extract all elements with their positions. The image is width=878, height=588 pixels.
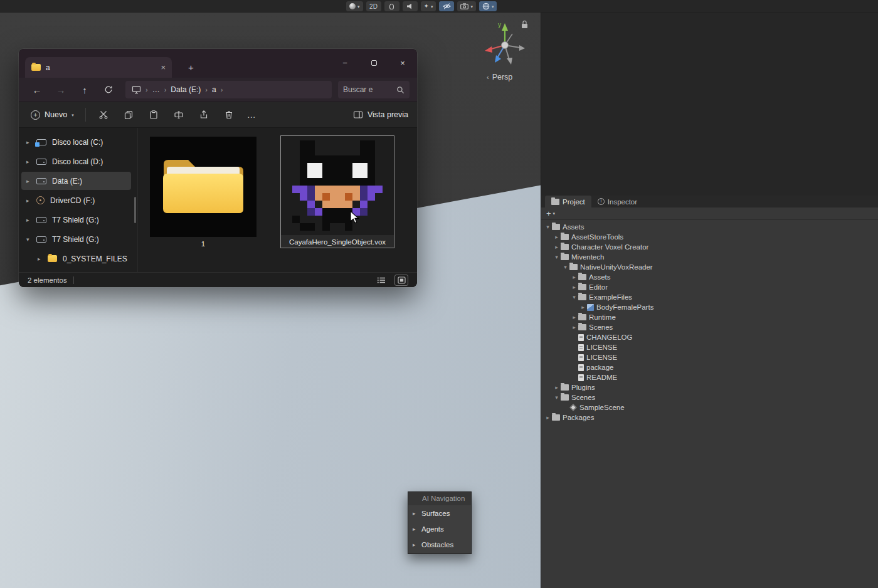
tree-item-package[interactable]: package [541, 362, 878, 372]
chevron-right-icon[interactable]: ▸ [553, 244, 561, 250]
chevron-down-icon[interactable]: ▾ [570, 294, 578, 300]
context-menu-item-obstacles[interactable]: ▸Obstacles [408, 537, 471, 552]
sidebar-item-t7-shield-g-[interactable]: ▾T7 Shield (G:) [21, 230, 131, 248]
breadcrumb-item-folder[interactable]: a [212, 85, 216, 94]
grid-gizmos-dropdown-button[interactable]: ▾ [479, 1, 497, 11]
eye-slash-icon [443, 3, 451, 9]
tree-item-nativeunityvoxreader[interactable]: ▾NativeUnityVoxReader [541, 262, 878, 272]
tree-item-scenes[interactable]: ▾Scenes [541, 392, 878, 402]
chevron-right-icon[interactable]: ▸ [26, 139, 29, 145]
chevron-right-icon[interactable]: ▸ [553, 384, 561, 391]
chevron-right-icon[interactable]: ▸ [26, 178, 29, 184]
explorer-file-area[interactable]: 1 CayafaHero_SingleObject.vox [138, 128, 417, 272]
new-button[interactable]: + Nuevo ▾ [25, 107, 80, 123]
projection-mode-label[interactable]: ‹ Persp [487, 73, 512, 81]
tree-item-character-voxel-creator[interactable]: ▸Character Voxel Creator [541, 242, 878, 252]
chevron-right-icon[interactable]: ▸ [26, 159, 29, 165]
chevron-down-icon[interactable]: ▾ [544, 224, 552, 230]
back-button[interactable]: ← [26, 80, 48, 99]
chevron-down-icon[interactable]: ▾ [26, 236, 29, 243]
more-options-button[interactable]: … [242, 110, 261, 120]
new-tab-button[interactable]: + [188, 62, 194, 73]
tree-item-editor[interactable]: ▸Editor [541, 282, 878, 292]
screen: ▾ 2D ✦ ▾ [0, 0, 878, 588]
preview-toggle-button[interactable]: Vista previa [353, 110, 411, 119]
tab-project[interactable]: Project [545, 196, 591, 207]
sidebar-item-drivercd-f-[interactable]: ▸DriverCD (F:) [21, 191, 131, 209]
breadcrumb-item-drive[interactable]: Data (E:) [171, 85, 201, 94]
sidebar-item-data-e-[interactable]: ▸Data (E:) [21, 172, 131, 190]
chevron-right-icon[interactable]: ▸ [553, 234, 561, 240]
tree-item-plugins[interactable]: ▸Plugins [541, 382, 878, 392]
tree-item-changelog[interactable]: CHANGELOG [541, 332, 878, 342]
context-menu-item-surfaces[interactable]: ▸Surfaces [408, 505, 471, 521]
tree-item-assetstoretools[interactable]: ▸AssetStoreTools [541, 232, 878, 242]
rename-button[interactable] [167, 105, 191, 124]
tree-item-readme[interactable]: README [541, 372, 878, 382]
details-view-button[interactable] [374, 275, 388, 286]
up-button[interactable]: ↑ [74, 80, 95, 99]
large-icons-view-button[interactable] [394, 275, 408, 286]
file-tile-vox-selected[interactable]: CayafaHero_SingleObject.vox [280, 135, 394, 248]
delete-button[interactable] [217, 105, 241, 124]
context-menu-item-agents[interactable]: ▸Agents [408, 521, 471, 537]
tree-item-license[interactable]: LICENSE [541, 342, 878, 352]
chevron-down-icon[interactable]: ▾ [553, 394, 561, 401]
tree-item-assets[interactable]: ▾Assets [541, 222, 878, 232]
2d-toggle-button[interactable]: 2D [366, 1, 381, 11]
cut-button[interactable] [92, 105, 115, 124]
chevron-down-icon[interactable]: ▾ [553, 254, 561, 260]
search-input[interactable]: Buscar e [338, 81, 410, 98]
chevron-right-icon[interactable]: ▸ [26, 217, 29, 223]
tree-item-packages[interactable]: ▸Packages [541, 412, 878, 423]
close-button[interactable]: × [388, 49, 417, 76]
scene-visibility-toggle-button[interactable] [439, 1, 454, 11]
chevron-down-icon[interactable]: ▾ [553, 211, 556, 216]
chevron-right-icon[interactable]: ▸ [570, 284, 578, 290]
tab-inspector[interactable]: Inspector [591, 196, 643, 207]
lighting-toggle-button[interactable] [384, 1, 399, 11]
chevron-right-icon[interactable]: ▸ [579, 304, 587, 310]
minimize-button[interactable]: − [331, 49, 359, 76]
shading-mode-dropdown[interactable]: ▾ [346, 1, 363, 11]
sidebar-item-0-system-files[interactable]: ▸0_SYSTEM_FILES [21, 249, 131, 268]
copy-button[interactable] [117, 105, 140, 124]
tree-item-examplefiles[interactable]: ▾ExampleFiles [541, 292, 878, 302]
effects-dropdown-button[interactable]: ✦ ▾ [421, 1, 436, 11]
file-tile-folder[interactable]: 1 [147, 137, 260, 248]
explorer-titlebar[interactable]: a × + − × [19, 49, 417, 78]
add-asset-button[interactable]: + [546, 209, 551, 218]
tree-item-miventech[interactable]: ▾Miventech [541, 252, 878, 262]
share-button[interactable] [192, 105, 216, 124]
chevron-down-icon[interactable]: ▾ [561, 264, 569, 270]
tree-item-samplescene[interactable]: SampleScene [541, 402, 878, 412]
sidebar-item-disco-local-c-[interactable]: ▸Disco local (C:) [21, 133, 131, 151]
sidebar-scrollbar[interactable] [134, 197, 136, 223]
explorer-tab[interactable]: a × [25, 57, 172, 78]
chevron-right-icon[interactable]: ▸ [570, 274, 578, 280]
chevron-right-icon[interactable]: ▸ [570, 324, 578, 330]
scene-orientation-gizmo[interactable]: y ‹ Persp [477, 15, 536, 84]
tree-item-label: Plugins [571, 384, 595, 391]
camera-dropdown-button[interactable]: ▾ [457, 1, 476, 11]
chevron-right-icon[interactable]: ▸ [38, 256, 41, 262]
sidebar-item-label: 0_SYSTEM_FILES [63, 255, 127, 263]
paste-button[interactable] [142, 105, 166, 124]
chevron-right-icon[interactable]: ▸ [26, 197, 29, 204]
chevron-right-icon[interactable]: ▸ [570, 314, 578, 320]
audio-toggle-button[interactable] [403, 1, 418, 11]
breadcrumb-ellipsis[interactable]: … [152, 85, 160, 94]
address-bar[interactable]: › … › Data (E:) › a › [125, 81, 332, 98]
chevron-right-icon[interactable]: ▸ [544, 414, 552, 421]
maximize-button[interactable] [359, 49, 388, 76]
tree-item-license[interactable]: LICENSE [541, 352, 878, 362]
tree-item-runtime[interactable]: ▸Runtime [541, 312, 878, 322]
tree-item-assets[interactable]: ▸Assets [541, 272, 878, 282]
forward-button[interactable]: → [50, 80, 71, 99]
tab-close-icon[interactable]: × [161, 63, 166, 72]
sidebar-item-disco-local-d-[interactable]: ▸Disco local (D:) [21, 152, 131, 171]
refresh-button[interactable] [98, 80, 119, 99]
tree-item-scenes[interactable]: ▸Scenes [541, 322, 878, 332]
tree-item-bodyfemaleparts[interactable]: ▸BodyFemaleParts [541, 302, 878, 312]
sidebar-item-t7-shield-g-[interactable]: ▸T7 Shield (G:) [21, 211, 131, 229]
